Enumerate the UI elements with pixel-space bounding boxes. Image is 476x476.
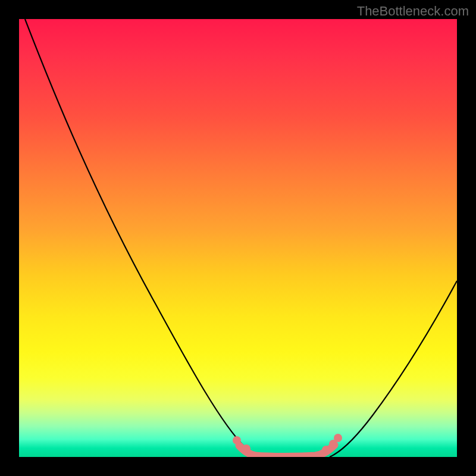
marker-dot [242,444,250,453]
watermark-text: TheBottleneck.com [357,4,469,19]
marker-dot [322,446,330,454]
marker-dot [334,434,342,442]
bottom-highlight [239,445,334,457]
chart-svg [19,19,457,457]
left-curve [25,19,259,457]
marker-dot [233,436,241,444]
plot-area [19,19,457,457]
right-curve [330,281,457,457]
